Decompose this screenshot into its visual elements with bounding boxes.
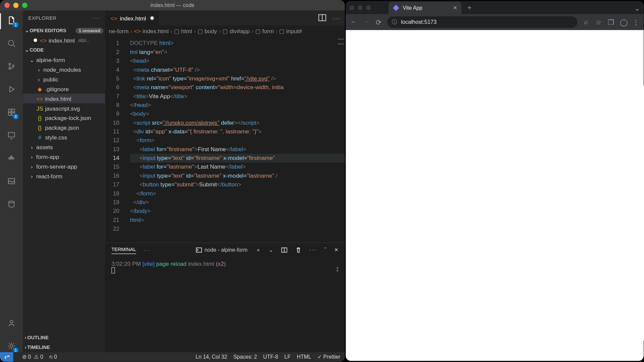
panel-tab-terminal[interactable]: TERMINAL	[111, 246, 136, 254]
panel-more-icon[interactable]: ···	[144, 247, 151, 253]
tab-index-html[interactable]: <> index.html	[105, 11, 160, 26]
folder-form-app[interactable]: ›form-app	[23, 152, 105, 162]
open-editor-file[interactable]: <> index.html alpi...	[23, 35, 105, 45]
back-button[interactable]: ←	[350, 18, 357, 26]
split-editor-icon[interactable]	[318, 13, 327, 23]
status-language[interactable]: HTML	[297, 354, 311, 360]
folder-assets[interactable]: ›assets	[23, 142, 105, 152]
folder-node-modules[interactable]: ›node_modules	[23, 64, 105, 74]
terminal-cursor	[111, 267, 115, 273]
mac-maximize-button[interactable]	[366, 5, 371, 10]
editor-more-icon[interactable]: ···	[333, 15, 340, 21]
browser-tab-title: Vite App	[403, 5, 423, 11]
browser-tab[interactable]: Vite App ✕	[389, 2, 462, 14]
split-terminal-icon[interactable]	[281, 247, 287, 253]
folder-form-server-app[interactable]: ›form-server-app	[23, 162, 105, 171]
svg-point-14	[9, 201, 14, 203]
warning-count: 0	[40, 354, 43, 360]
activity-account[interactable]	[5, 317, 18, 329]
close-tab-icon[interactable]: ✕	[453, 5, 457, 11]
new-tab-button[interactable]: ＋	[466, 3, 473, 12]
activity-explorer[interactable]: 1	[5, 14, 18, 26]
code-editor[interactable]: 12345678910111213141516171819202122 DOCT…	[105, 36, 345, 243]
terminal-panel: TERMINAL ··· node - alpine-form ＋ ⌄ ··· …	[105, 243, 345, 352]
crumb[interactable]: input#	[286, 27, 302, 34]
activity-extensions[interactable]: 4	[5, 106, 18, 118]
workspace-section[interactable]: ⌄ CODE	[23, 45, 105, 55]
activity-debug[interactable]	[5, 83, 18, 96]
activity-docker[interactable]	[5, 152, 18, 164]
activity-scm[interactable]	[5, 60, 18, 72]
status-prettier[interactable]: ✓ Prettier	[317, 354, 340, 360]
line-gutter: 12345678910111213141516171819202122	[105, 39, 127, 233]
square-icon: ▢	[174, 27, 179, 34]
activity-remote[interactable]	[5, 129, 18, 141]
explorer-more-icon[interactable]: ···	[93, 15, 100, 21]
file-gitignore[interactable]: ◆.gitignore	[23, 84, 105, 94]
bookmark-star-icon[interactable]: ☆	[595, 18, 602, 26]
status-cursor[interactable]: Ln 14, Col 32	[196, 354, 227, 360]
new-terminal-button[interactable]: ＋	[256, 246, 261, 254]
breadcrumb[interactable]: ne-form› <>index.html› ▢html› ▢body› ▢di…	[105, 25, 345, 36]
mac-maximize-button[interactable]	[22, 3, 28, 8]
kill-terminal-icon[interactable]	[295, 247, 301, 253]
terminal-process[interactable]: node - alpine-form	[196, 247, 248, 253]
extensions-puzzle-icon[interactable]: ❒	[607, 18, 614, 26]
mac-minimize-button[interactable]	[13, 3, 19, 8]
address-bar[interactable]: ⓘ localhost:5173	[387, 16, 578, 28]
browser-viewport[interactable]	[346, 30, 644, 361]
timeline-section[interactable]: ›TIMELINE	[23, 342, 105, 352]
maximize-panel-icon[interactable]: ˆ	[324, 247, 326, 253]
term-file: index.html	[188, 261, 214, 267]
json-file-icon: {}	[36, 115, 43, 121]
status-problems[interactable]: ⊘ 0 ⚠ 0	[22, 354, 43, 360]
outline-section[interactable]: ›OUTLINE	[23, 333, 105, 342]
folder-label: public	[43, 76, 58, 82]
code-content[interactable]: DOCTYPE html>tml lang="en"><head> <meta …	[130, 39, 345, 233]
open-editors-section[interactable]: ⌄ OPEN EDITORS 1 unsaved	[23, 25, 105, 35]
profile-avatar-icon[interactable]: ◯	[620, 18, 627, 26]
activity-settings[interactable]: 1	[5, 340, 18, 352]
status-ports[interactable]: ⎋ 0	[49, 354, 57, 360]
timeline-label: TIMELINE	[27, 345, 50, 350]
git-icon: ◆	[36, 85, 43, 92]
folder-public[interactable]: ›public	[23, 74, 105, 84]
crumb[interactable]: ne-form	[109, 27, 128, 34]
file-javascript-svg[interactable]: JSjavascript.svg	[23, 103, 105, 113]
site-info-icon[interactable]: ⓘ	[392, 18, 397, 26]
window-title: index.html — code	[151, 2, 195, 8]
zoom-icon[interactable]: ⌕	[583, 18, 590, 26]
minimap[interactable]	[338, 39, 344, 44]
close-panel-icon[interactable]: ✕	[334, 247, 338, 253]
crumb[interactable]: body	[205, 27, 217, 34]
file-package-json[interactable]: {}package.json	[23, 123, 105, 132]
terminal-overflow-icon[interactable]: ···	[310, 247, 317, 253]
activity-sql[interactable]	[5, 198, 18, 210]
file-index-html[interactable]: <>index.html	[23, 94, 105, 103]
folder-react-form[interactable]: ›react-form	[23, 171, 105, 181]
reload-button[interactable]: ⟳	[375, 18, 382, 26]
remote-indicator[interactable]	[0, 352, 13, 362]
file-style-css[interactable]: #style.css	[23, 132, 105, 142]
folder-label: assets	[36, 144, 53, 150]
mac-close-button[interactable]	[349, 5, 354, 10]
crumb[interactable]: html	[181, 27, 192, 34]
mac-minimize-button[interactable]	[358, 5, 362, 10]
activity-search[interactable]	[5, 37, 18, 50]
forward-button[interactable]: →	[363, 18, 370, 26]
browser-menu-icon[interactable]: ⋮	[632, 18, 639, 26]
crumb[interactable]: div#app	[230, 27, 250, 34]
crumb[interactable]: index.html	[143, 27, 169, 34]
terminal-output[interactable]: 3:02:20 PM [vite] page reload index.html…	[105, 257, 345, 352]
tab-overflow-icon[interactable]: ⌄	[634, 4, 640, 12]
file-package-lock[interactable]: {}package-lock.json	[23, 113, 105, 123]
process-label: node - alpine-form	[205, 247, 248, 253]
terminal-dropdown-icon[interactable]: ⌄	[269, 247, 273, 253]
activity-images[interactable]	[5, 175, 18, 187]
status-encoding[interactable]: UTF-8	[263, 354, 278, 360]
folder-alpine-form[interactable]: ⌄alpine-form	[23, 55, 105, 64]
crumb[interactable]: form	[262, 27, 274, 34]
status-eol[interactable]: LF	[284, 354, 290, 360]
status-indent[interactable]: Spaces: 2	[233, 354, 257, 360]
mac-close-button[interactable]	[4, 3, 10, 8]
